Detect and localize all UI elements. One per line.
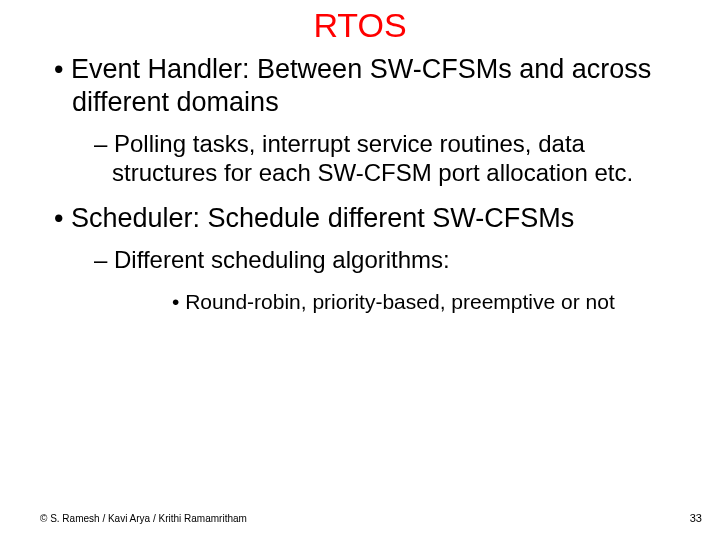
slide-title: RTOS [0, 6, 720, 45]
bullet-level2: Different scheduling algorithms: [54, 245, 690, 275]
slide-content: Event Handler: Between SW-CFSMs and acro… [0, 53, 720, 316]
bullet-level3: Round-robin, priority-based, preemptive … [54, 288, 690, 315]
bullet-level1: Scheduler: Schedule different SW-CFSMs [54, 202, 690, 235]
page-number: 33 [690, 512, 702, 524]
bullet-level2: Polling tasks, interrupt service routine… [54, 129, 690, 188]
bullet-level1: Event Handler: Between SW-CFSMs and acro… [54, 53, 690, 119]
footer-copyright: © S. Ramesh / Kavi Arya / Krithi Ramamri… [40, 513, 247, 524]
